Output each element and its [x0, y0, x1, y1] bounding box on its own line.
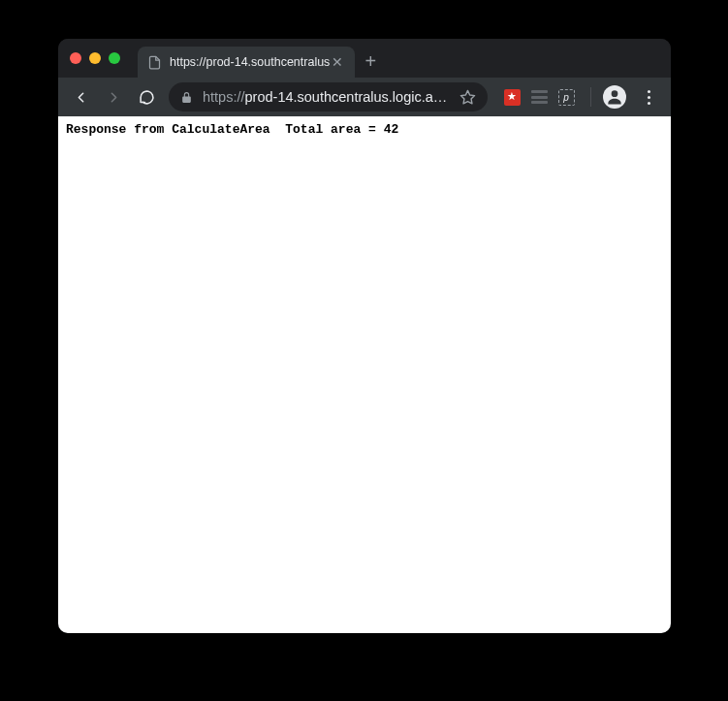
lock-icon	[180, 91, 193, 104]
svg-marker-0	[460, 90, 474, 103]
minimize-window-button[interactable]	[89, 52, 101, 64]
maximize-window-button[interactable]	[109, 52, 120, 64]
extension-pocket-icon[interactable]: p	[554, 84, 579, 110]
url-host: prod-14.southcentralus.logic.az...	[245, 89, 452, 105]
toolbar-divider	[590, 87, 591, 107]
toolbar: https://prod-14.southcentralus.logic.az.…	[58, 78, 671, 116]
browser-tab[interactable]: https://prod-14.southcentralus ✕	[138, 47, 355, 78]
address-bar[interactable]: https://prod-14.southcentralus.logic.az.…	[169, 82, 488, 112]
forward-button[interactable]	[99, 82, 128, 112]
url-protocol: https://	[203, 89, 245, 105]
response-text: Response from CalculateArea Total area =…	[66, 122, 663, 137]
close-window-button[interactable]	[70, 52, 81, 64]
extension-buffer-icon[interactable]	[526, 84, 552, 110]
page-icon	[147, 55, 162, 70]
back-button[interactable]	[66, 82, 95, 112]
window-controls	[70, 52, 120, 64]
extension-lastpass-icon[interactable]	[499, 84, 524, 110]
new-tab-button[interactable]: +	[355, 47, 386, 77]
page-content: Response from CalculateArea Total area =…	[58, 116, 671, 633]
close-tab-icon[interactable]: ✕	[330, 53, 345, 71]
bookmark-star-icon[interactable]	[459, 89, 476, 106]
svg-point-1	[612, 90, 618, 97]
browser-window: https://prod-14.southcentralus ✕ +	[58, 39, 671, 633]
extensions: p	[495, 84, 583, 110]
reload-button[interactable]	[132, 82, 161, 112]
profile-avatar-button[interactable]	[603, 85, 626, 109]
menu-button[interactable]	[634, 82, 663, 112]
url-text: https://prod-14.southcentralus.logic.az.…	[203, 89, 452, 105]
tab-title: https://prod-14.southcentralus	[170, 55, 330, 69]
tab-strip: https://prod-14.southcentralus ✕ +	[58, 39, 671, 78]
